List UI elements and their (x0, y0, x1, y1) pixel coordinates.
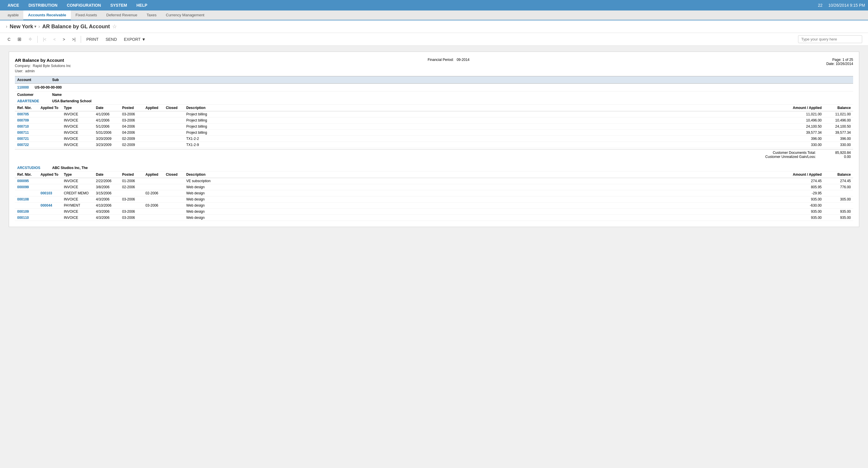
cell-closed (166, 179, 186, 183)
cell-refnbr[interactable]: 000095 (17, 179, 40, 183)
ref-link[interactable]: 000109 (17, 210, 29, 214)
col-h-posted: Posted (122, 106, 146, 110)
cell-appliedto[interactable]: 000044 (40, 204, 64, 208)
table-row: 000722 INVOICE 3/23/2009 02-2009 TX1-2-9… (15, 142, 853, 148)
cell-balance: 935.00 (822, 210, 851, 214)
cell-type: INVOICE (64, 124, 96, 128)
export-button[interactable]: EXPORT ▼ (122, 36, 148, 43)
cell-posted (122, 204, 146, 208)
tab-fixed-assets[interactable]: Fixed Assets (71, 10, 102, 21)
customer-id-abartende[interactable]: ABARTENDE (17, 99, 52, 103)
ref-link[interactable]: 000710 (17, 124, 29, 128)
cell-amount: 935.00 (784, 197, 822, 201)
cell-date: 4/3/2006 (96, 216, 122, 220)
cell-type: INVOICE (64, 216, 96, 220)
page-title: AR Balance by GL Account (42, 24, 110, 30)
report-header-right: Page: 1 of 25 Date: 10/26/2014 (826, 58, 853, 73)
cell-applied (146, 112, 166, 116)
col-header-account: Account (17, 78, 52, 82)
nav-item-help[interactable]: HELP (132, 1, 152, 10)
print-button[interactable]: PRINT (85, 36, 100, 43)
applied-to-link[interactable]: 000044 (40, 204, 52, 208)
prev-page-button[interactable]: < (52, 36, 57, 43)
cell-balance: 39,577.34 (822, 130, 851, 135)
cell-refnbr[interactable]: 000099 (17, 185, 40, 189)
nav-item-ance[interactable]: ANCE (3, 1, 24, 10)
refresh-button[interactable]: C (6, 36, 12, 43)
applied-to-link[interactable]: 000103 (40, 191, 52, 195)
cell-type: INVOICE (64, 118, 96, 122)
report-header-center: Financial Period: 09-2014 (428, 58, 469, 73)
title-separator: › (38, 24, 40, 29)
ref-link[interactable]: 000099 (17, 185, 29, 189)
cell-refnbr[interactable]: 000709 (17, 118, 40, 122)
cell-refnbr[interactable]: 000721 (17, 137, 40, 141)
ref-link[interactable]: 000722 (17, 143, 29, 147)
send-button[interactable]: SEND (104, 36, 119, 43)
cell-applied (146, 124, 166, 128)
cell-refnbr[interactable]: 000722 (17, 143, 40, 147)
cell-closed (166, 185, 186, 189)
nav-item-system[interactable]: SYSTEM (105, 1, 132, 10)
cell-date: 4/1/2006 (96, 112, 122, 116)
col-h-balance-arc: Balance (822, 173, 851, 177)
cell-refnbr[interactable]: 000109 (17, 210, 40, 214)
cell-type: PAYMENT (64, 204, 96, 208)
cell-balance: 776.00 (822, 185, 851, 189)
last-page-button[interactable]: >| (70, 36, 77, 43)
grid-view-button[interactable]: ⊞ (16, 35, 23, 43)
cell-closed (166, 137, 186, 141)
nav-item-configuration[interactable]: CONFIGURATION (62, 1, 105, 10)
ref-link[interactable]: 000709 (17, 118, 29, 122)
cell-description: Web design (186, 216, 784, 220)
first-page-button[interactable]: |< (41, 36, 48, 43)
cell-refnbr[interactable]: 000110 (17, 216, 40, 220)
cell-balance: 11,021.00 (822, 112, 851, 116)
table-col-headers-abartende: Ref. Nbr. Applied To Type Date Posted Ap… (15, 104, 853, 111)
tab-accounts-receivable[interactable]: Accounts Receivable (23, 10, 71, 21)
cell-appliedto[interactable]: 000103 (40, 191, 64, 195)
cell-refnbr[interactable]: 000710 (17, 124, 40, 128)
customer-abartende: ABARTENDE USA Bartending School Ref. Nbr… (15, 98, 853, 160)
unrealized-total-label: Customer Unrealized Gain/Loss: (766, 155, 816, 159)
cell-type: INVOICE (64, 143, 96, 147)
cell-date: 4/3/2006 (96, 210, 122, 214)
col-h-amount-arc: Amount / Applied (784, 173, 822, 177)
query-input[interactable] (798, 35, 862, 43)
cell-date: 3/23/2009 (96, 143, 122, 147)
col-h-appliedto: Applied To (40, 106, 64, 110)
tab-payable[interactable]: ayable (3, 10, 23, 21)
ref-link[interactable]: 000108 (17, 197, 29, 201)
company-name-link[interactable]: New York ▾ (10, 24, 36, 30)
cell-applied (146, 216, 166, 220)
documents-total-value: 85,920.84 (822, 151, 851, 155)
ref-link[interactable]: 000711 (17, 130, 29, 135)
ref-link[interactable]: 000095 (17, 179, 29, 183)
tab-deferred-revenue[interactable]: Deferred Revenue (102, 10, 142, 21)
ref-link[interactable]: 000110 (17, 216, 29, 220)
nav-item-distribution[interactable]: DISTRIBUTION (24, 1, 62, 10)
tab-taxes[interactable]: Taxes (142, 10, 161, 21)
settings-button[interactable]: ⁘ (27, 35, 34, 43)
ref-link[interactable]: 000705 (17, 112, 29, 116)
cell-appliedto (40, 130, 64, 135)
cell-appliedto (40, 112, 64, 116)
cell-refnbr[interactable]: 000705 (17, 112, 40, 116)
col-h-type: Type (64, 106, 96, 110)
favorite-star-icon[interactable]: ☆ (112, 23, 117, 30)
next-page-button[interactable]: > (61, 36, 67, 43)
ref-link[interactable]: 000721 (17, 137, 29, 141)
cell-date: 4/10/2006 (96, 204, 122, 208)
account-id-link[interactable]: 110000 (17, 85, 29, 90)
cell-amount: 935.00 (784, 210, 822, 214)
cell-amount: 330.00 (784, 143, 822, 147)
cell-posted: 02-2009 (122, 137, 146, 141)
tab-currency-management[interactable]: Currency Management (161, 10, 209, 21)
customer-id-arcstudios[interactable]: ARCSTUDIOS (17, 166, 52, 170)
cell-description: Web design (186, 191, 784, 195)
cell-refnbr[interactable]: 000711 (17, 130, 40, 135)
top-navigation: ANCE DISTRIBUTION CONFIGURATION SYSTEM H… (0, 0, 868, 10)
cell-amount: 11,021.00 (784, 112, 822, 116)
cell-date: 3/15/2006 (96, 191, 122, 195)
cell-refnbr[interactable]: 000108 (17, 197, 40, 201)
